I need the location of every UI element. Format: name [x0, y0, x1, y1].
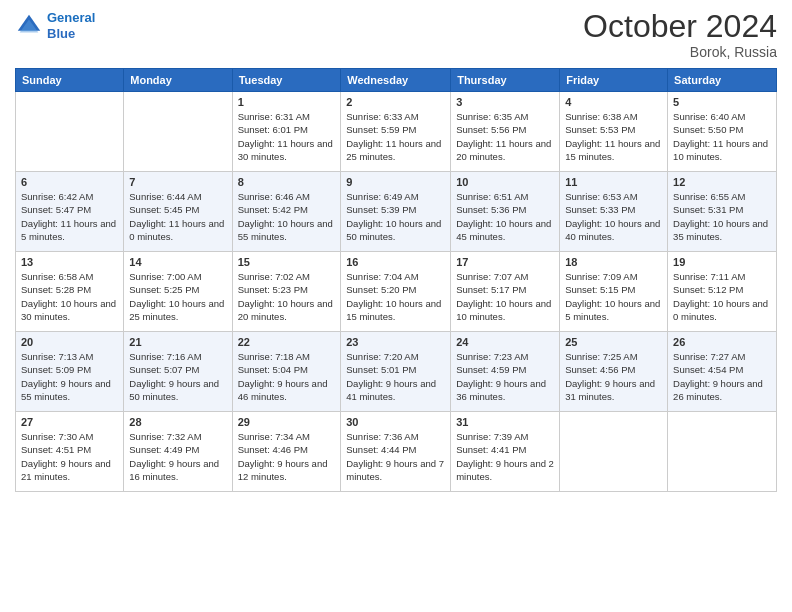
day-number: 26 — [673, 336, 771, 348]
calendar-cell: 17Sunrise: 7:07 AM Sunset: 5:17 PM Dayli… — [451, 252, 560, 332]
col-header-thursday: Thursday — [451, 69, 560, 92]
calendar-cell: 2Sunrise: 6:33 AM Sunset: 5:59 PM Daylig… — [341, 92, 451, 172]
logo-text: General Blue — [47, 10, 95, 41]
calendar-week-row: 27Sunrise: 7:30 AM Sunset: 4:51 PM Dayli… — [16, 412, 777, 492]
calendar-cell: 27Sunrise: 7:30 AM Sunset: 4:51 PM Dayli… — [16, 412, 124, 492]
col-header-saturday: Saturday — [668, 69, 777, 92]
day-number: 15 — [238, 256, 336, 268]
day-number: 1 — [238, 96, 336, 108]
day-info: Sunrise: 7:09 AM Sunset: 5:15 PM Dayligh… — [565, 270, 662, 323]
day-number: 8 — [238, 176, 336, 188]
logo-line1: General — [47, 10, 95, 25]
day-number: 16 — [346, 256, 445, 268]
calendar-week-row: 20Sunrise: 7:13 AM Sunset: 5:09 PM Dayli… — [16, 332, 777, 412]
col-header-sunday: Sunday — [16, 69, 124, 92]
calendar-cell — [560, 412, 668, 492]
calendar-header-row: SundayMondayTuesdayWednesdayThursdayFrid… — [16, 69, 777, 92]
calendar-cell: 9Sunrise: 6:49 AM Sunset: 5:39 PM Daylig… — [341, 172, 451, 252]
day-info: Sunrise: 7:18 AM Sunset: 5:04 PM Dayligh… — [238, 350, 336, 403]
calendar-cell: 21Sunrise: 7:16 AM Sunset: 5:07 PM Dayli… — [124, 332, 232, 412]
calendar-cell — [668, 412, 777, 492]
day-number: 9 — [346, 176, 445, 188]
day-info: Sunrise: 6:49 AM Sunset: 5:39 PM Dayligh… — [346, 190, 445, 243]
calendar-cell: 15Sunrise: 7:02 AM Sunset: 5:23 PM Dayli… — [232, 252, 341, 332]
location: Borok, Russia — [583, 44, 777, 60]
day-number: 27 — [21, 416, 118, 428]
day-number: 17 — [456, 256, 554, 268]
day-info: Sunrise: 6:33 AM Sunset: 5:59 PM Dayligh… — [346, 110, 445, 163]
day-info: Sunrise: 7:36 AM Sunset: 4:44 PM Dayligh… — [346, 430, 445, 483]
calendar-week-row: 6Sunrise: 6:42 AM Sunset: 5:47 PM Daylig… — [16, 172, 777, 252]
day-number: 14 — [129, 256, 226, 268]
day-info: Sunrise: 7:39 AM Sunset: 4:41 PM Dayligh… — [456, 430, 554, 483]
calendar-cell: 18Sunrise: 7:09 AM Sunset: 5:15 PM Dayli… — [560, 252, 668, 332]
day-info: Sunrise: 7:30 AM Sunset: 4:51 PM Dayligh… — [21, 430, 118, 483]
day-number: 30 — [346, 416, 445, 428]
day-number: 31 — [456, 416, 554, 428]
calendar-cell: 1Sunrise: 6:31 AM Sunset: 6:01 PM Daylig… — [232, 92, 341, 172]
calendar-cell: 31Sunrise: 7:39 AM Sunset: 4:41 PM Dayli… — [451, 412, 560, 492]
calendar-cell: 14Sunrise: 7:00 AM Sunset: 5:25 PM Dayli… — [124, 252, 232, 332]
day-info: Sunrise: 6:38 AM Sunset: 5:53 PM Dayligh… — [565, 110, 662, 163]
logo-icon — [15, 12, 43, 40]
calendar-cell: 10Sunrise: 6:51 AM Sunset: 5:36 PM Dayli… — [451, 172, 560, 252]
day-number: 11 — [565, 176, 662, 188]
calendar-cell: 19Sunrise: 7:11 AM Sunset: 5:12 PM Dayli… — [668, 252, 777, 332]
day-info: Sunrise: 7:00 AM Sunset: 5:25 PM Dayligh… — [129, 270, 226, 323]
day-info: Sunrise: 7:34 AM Sunset: 4:46 PM Dayligh… — [238, 430, 336, 483]
logo: General Blue — [15, 10, 95, 41]
col-header-wednesday: Wednesday — [341, 69, 451, 92]
calendar-cell: 20Sunrise: 7:13 AM Sunset: 5:09 PM Dayli… — [16, 332, 124, 412]
calendar-cell: 4Sunrise: 6:38 AM Sunset: 5:53 PM Daylig… — [560, 92, 668, 172]
calendar-cell: 3Sunrise: 6:35 AM Sunset: 5:56 PM Daylig… — [451, 92, 560, 172]
day-number: 29 — [238, 416, 336, 428]
day-info: Sunrise: 7:25 AM Sunset: 4:56 PM Dayligh… — [565, 350, 662, 403]
day-number: 21 — [129, 336, 226, 348]
day-info: Sunrise: 6:58 AM Sunset: 5:28 PM Dayligh… — [21, 270, 118, 323]
calendar-cell: 7Sunrise: 6:44 AM Sunset: 5:45 PM Daylig… — [124, 172, 232, 252]
calendar-table: SundayMondayTuesdayWednesdayThursdayFrid… — [15, 68, 777, 492]
day-info: Sunrise: 6:46 AM Sunset: 5:42 PM Dayligh… — [238, 190, 336, 243]
calendar-cell: 22Sunrise: 7:18 AM Sunset: 5:04 PM Dayli… — [232, 332, 341, 412]
day-number: 23 — [346, 336, 445, 348]
day-number: 4 — [565, 96, 662, 108]
calendar-cell: 11Sunrise: 6:53 AM Sunset: 5:33 PM Dayli… — [560, 172, 668, 252]
day-number: 13 — [21, 256, 118, 268]
calendar-cell: 8Sunrise: 6:46 AM Sunset: 5:42 PM Daylig… — [232, 172, 341, 252]
day-number: 7 — [129, 176, 226, 188]
calendar-cell: 26Sunrise: 7:27 AM Sunset: 4:54 PM Dayli… — [668, 332, 777, 412]
day-number: 28 — [129, 416, 226, 428]
logo-line2: Blue — [47, 26, 75, 41]
calendar-cell: 13Sunrise: 6:58 AM Sunset: 5:28 PM Dayli… — [16, 252, 124, 332]
day-info: Sunrise: 7:02 AM Sunset: 5:23 PM Dayligh… — [238, 270, 336, 323]
day-info: Sunrise: 7:23 AM Sunset: 4:59 PM Dayligh… — [456, 350, 554, 403]
day-number: 3 — [456, 96, 554, 108]
day-number: 5 — [673, 96, 771, 108]
calendar-cell: 28Sunrise: 7:32 AM Sunset: 4:49 PM Dayli… — [124, 412, 232, 492]
calendar-cell: 29Sunrise: 7:34 AM Sunset: 4:46 PM Dayli… — [232, 412, 341, 492]
month-title: October 2024 — [583, 10, 777, 42]
day-info: Sunrise: 7:20 AM Sunset: 5:01 PM Dayligh… — [346, 350, 445, 403]
day-number: 24 — [456, 336, 554, 348]
day-info: Sunrise: 6:55 AM Sunset: 5:31 PM Dayligh… — [673, 190, 771, 243]
calendar-week-row: 13Sunrise: 6:58 AM Sunset: 5:28 PM Dayli… — [16, 252, 777, 332]
col-header-friday: Friday — [560, 69, 668, 92]
day-info: Sunrise: 6:42 AM Sunset: 5:47 PM Dayligh… — [21, 190, 118, 243]
day-info: Sunrise: 6:53 AM Sunset: 5:33 PM Dayligh… — [565, 190, 662, 243]
day-number: 18 — [565, 256, 662, 268]
day-number: 6 — [21, 176, 118, 188]
calendar-cell: 30Sunrise: 7:36 AM Sunset: 4:44 PM Dayli… — [341, 412, 451, 492]
day-number: 10 — [456, 176, 554, 188]
day-number: 12 — [673, 176, 771, 188]
day-info: Sunrise: 6:35 AM Sunset: 5:56 PM Dayligh… — [456, 110, 554, 163]
day-info: Sunrise: 6:31 AM Sunset: 6:01 PM Dayligh… — [238, 110, 336, 163]
day-number: 2 — [346, 96, 445, 108]
calendar-week-row: 1Sunrise: 6:31 AM Sunset: 6:01 PM Daylig… — [16, 92, 777, 172]
day-info: Sunrise: 6:44 AM Sunset: 5:45 PM Dayligh… — [129, 190, 226, 243]
calendar-cell: 24Sunrise: 7:23 AM Sunset: 4:59 PM Dayli… — [451, 332, 560, 412]
day-info: Sunrise: 6:40 AM Sunset: 5:50 PM Dayligh… — [673, 110, 771, 163]
calendar-cell: 25Sunrise: 7:25 AM Sunset: 4:56 PM Dayli… — [560, 332, 668, 412]
calendar-cell: 23Sunrise: 7:20 AM Sunset: 5:01 PM Dayli… — [341, 332, 451, 412]
day-number: 25 — [565, 336, 662, 348]
calendar-cell: 12Sunrise: 6:55 AM Sunset: 5:31 PM Dayli… — [668, 172, 777, 252]
